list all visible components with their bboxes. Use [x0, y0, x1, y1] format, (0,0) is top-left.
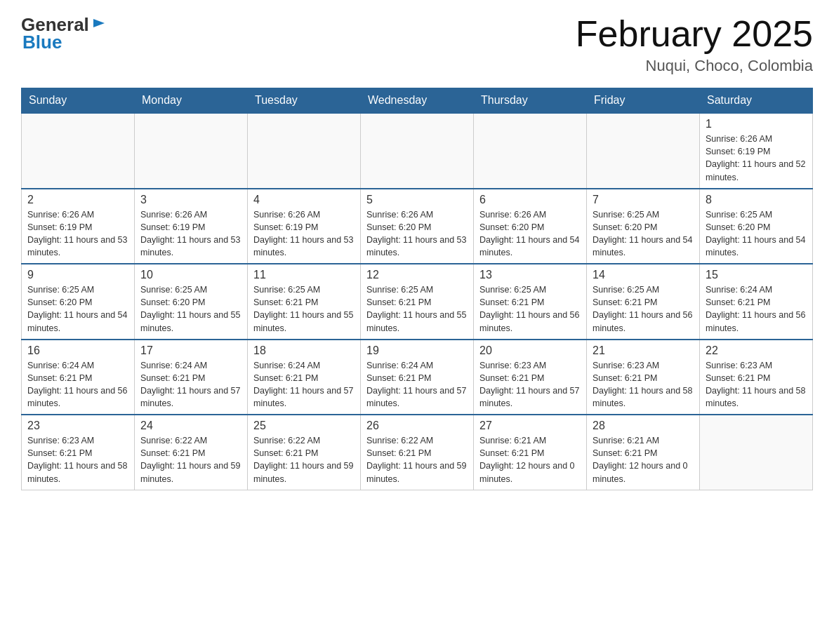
- day-info: Sunrise: 6:26 AMSunset: 6:19 PMDaylight:…: [27, 208, 128, 260]
- calendar-cell: 22Sunrise: 6:23 AMSunset: 6:21 PMDayligh…: [700, 340, 813, 415]
- week-row-1: 1Sunrise: 6:26 AMSunset: 6:19 PMDaylight…: [22, 113, 813, 189]
- day-number: 2: [27, 194, 128, 206]
- day-info: Sunrise: 6:24 AMSunset: 6:21 PMDaylight:…: [706, 283, 807, 335]
- logo-blue-text: Blue: [22, 32, 106, 53]
- logo: General Blue: [21, 14, 106, 53]
- weekday-header-monday: Monday: [135, 88, 248, 114]
- calendar-cell: 5Sunrise: 6:26 AMSunset: 6:20 PMDaylight…: [361, 189, 474, 264]
- calendar-cell: 23Sunrise: 6:23 AMSunset: 6:21 PMDayligh…: [22, 415, 135, 490]
- calendar-cell: [248, 113, 361, 189]
- calendar-cell: 8Sunrise: 6:25 AMSunset: 6:20 PMDaylight…: [700, 189, 813, 264]
- calendar-cell: [22, 113, 135, 189]
- day-number: 16: [27, 344, 128, 357]
- day-info: Sunrise: 6:25 AMSunset: 6:20 PMDaylight:…: [27, 283, 128, 335]
- calendar-cell: 11Sunrise: 6:25 AMSunset: 6:21 PMDayligh…: [248, 264, 361, 340]
- week-row-4: 16Sunrise: 6:24 AMSunset: 6:21 PMDayligh…: [22, 340, 813, 415]
- day-number: 28: [593, 420, 694, 432]
- day-number: 8: [706, 194, 807, 206]
- day-info: Sunrise: 6:23 AMSunset: 6:21 PMDaylight:…: [593, 359, 694, 410]
- calendar-cell: 25Sunrise: 6:22 AMSunset: 6:21 PMDayligh…: [248, 415, 361, 490]
- calendar-cell: 1Sunrise: 6:26 AMSunset: 6:19 PMDaylight…: [700, 113, 813, 189]
- day-number: 7: [593, 194, 694, 206]
- day-info: Sunrise: 6:25 AMSunset: 6:20 PMDaylight:…: [140, 283, 241, 335]
- calendar-cell: 28Sunrise: 6:21 AMSunset: 6:21 PMDayligh…: [587, 415, 700, 490]
- day-info: Sunrise: 6:24 AMSunset: 6:21 PMDaylight:…: [253, 359, 355, 410]
- calendar-table: SundayMondayTuesdayWednesdayThursdayFrid…: [21, 88, 813, 490]
- calendar-cell: 6Sunrise: 6:26 AMSunset: 6:20 PMDaylight…: [474, 189, 587, 264]
- day-number: 10: [140, 269, 241, 281]
- calendar-cell: 14Sunrise: 6:25 AMSunset: 6:21 PMDayligh…: [587, 264, 700, 340]
- day-number: 11: [253, 269, 355, 281]
- weekday-header-friday: Friday: [587, 88, 700, 114]
- week-row-3: 9Sunrise: 6:25 AMSunset: 6:20 PMDaylight…: [22, 264, 813, 340]
- logo-flag-icon: [91, 18, 106, 33]
- calendar-cell: 21Sunrise: 6:23 AMSunset: 6:21 PMDayligh…: [587, 340, 700, 415]
- calendar-header-row: SundayMondayTuesdayWednesdayThursdayFrid…: [22, 88, 813, 114]
- day-info: Sunrise: 6:21 AMSunset: 6:21 PMDaylight:…: [593, 434, 694, 485]
- day-info: Sunrise: 6:26 AMSunset: 6:19 PMDaylight:…: [140, 208, 241, 260]
- calendar-cell: 18Sunrise: 6:24 AMSunset: 6:21 PMDayligh…: [248, 340, 361, 415]
- day-info: Sunrise: 6:25 AMSunset: 6:20 PMDaylight:…: [593, 208, 694, 260]
- day-number: 12: [366, 269, 468, 281]
- day-number: 25: [253, 420, 355, 432]
- day-info: Sunrise: 6:25 AMSunset: 6:21 PMDaylight:…: [253, 283, 355, 335]
- title-area: February 2025 Nuqui, Choco, Colombia: [576, 14, 813, 75]
- day-info: Sunrise: 6:23 AMSunset: 6:21 PMDaylight:…: [27, 434, 128, 485]
- day-info: Sunrise: 6:26 AMSunset: 6:20 PMDaylight:…: [366, 208, 468, 260]
- calendar-cell: 20Sunrise: 6:23 AMSunset: 6:21 PMDayligh…: [474, 340, 587, 415]
- calendar-cell: 9Sunrise: 6:25 AMSunset: 6:20 PMDaylight…: [22, 264, 135, 340]
- week-row-2: 2Sunrise: 6:26 AMSunset: 6:19 PMDaylight…: [22, 189, 813, 264]
- header: General Blue February 2025 Nuqui, Choco,…: [21, 14, 813, 75]
- day-number: 3: [140, 194, 241, 206]
- calendar-cell: [135, 113, 248, 189]
- day-info: Sunrise: 6:22 AMSunset: 6:21 PMDaylight:…: [366, 434, 468, 485]
- svg-marker-0: [93, 19, 105, 27]
- day-number: 20: [479, 344, 581, 357]
- weekday-header-sunday: Sunday: [22, 88, 135, 114]
- day-number: 4: [253, 194, 355, 206]
- calendar-cell: 17Sunrise: 6:24 AMSunset: 6:21 PMDayligh…: [135, 340, 248, 415]
- calendar-cell: 7Sunrise: 6:25 AMSunset: 6:20 PMDaylight…: [587, 189, 700, 264]
- calendar-cell: [700, 415, 813, 490]
- weekday-header-thursday: Thursday: [474, 88, 587, 114]
- day-number: 14: [593, 269, 694, 281]
- day-info: Sunrise: 6:23 AMSunset: 6:21 PMDaylight:…: [479, 359, 581, 410]
- location-subtitle: Nuqui, Choco, Colombia: [576, 57, 813, 75]
- calendar-cell: 19Sunrise: 6:24 AMSunset: 6:21 PMDayligh…: [361, 340, 474, 415]
- day-number: 6: [479, 194, 581, 206]
- calendar-cell: 27Sunrise: 6:21 AMSunset: 6:21 PMDayligh…: [474, 415, 587, 490]
- day-number: 18: [253, 344, 355, 357]
- day-info: Sunrise: 6:23 AMSunset: 6:21 PMDaylight:…: [706, 359, 807, 410]
- day-info: Sunrise: 6:25 AMSunset: 6:21 PMDaylight:…: [366, 283, 468, 335]
- day-number: 24: [140, 420, 241, 432]
- calendar-cell: 16Sunrise: 6:24 AMSunset: 6:21 PMDayligh…: [22, 340, 135, 415]
- day-info: Sunrise: 6:24 AMSunset: 6:21 PMDaylight:…: [140, 359, 241, 410]
- day-number: 5: [366, 194, 468, 206]
- calendar-cell: 26Sunrise: 6:22 AMSunset: 6:21 PMDayligh…: [361, 415, 474, 490]
- day-number: 9: [27, 269, 128, 281]
- day-info: Sunrise: 6:25 AMSunset: 6:20 PMDaylight:…: [706, 208, 807, 260]
- day-info: Sunrise: 6:21 AMSunset: 6:21 PMDaylight:…: [479, 434, 581, 485]
- day-number: 27: [479, 420, 581, 432]
- day-info: Sunrise: 6:24 AMSunset: 6:21 PMDaylight:…: [27, 359, 128, 410]
- day-info: Sunrise: 6:26 AMSunset: 6:20 PMDaylight:…: [479, 208, 581, 260]
- day-info: Sunrise: 6:22 AMSunset: 6:21 PMDaylight:…: [140, 434, 241, 485]
- weekday-header-wednesday: Wednesday: [361, 88, 474, 114]
- day-number: 15: [706, 269, 807, 281]
- day-info: Sunrise: 6:25 AMSunset: 6:21 PMDaylight:…: [479, 283, 581, 335]
- weekday-header-saturday: Saturday: [700, 88, 813, 114]
- calendar-cell: 12Sunrise: 6:25 AMSunset: 6:21 PMDayligh…: [361, 264, 474, 340]
- day-info: Sunrise: 6:26 AMSunset: 6:19 PMDaylight:…: [706, 133, 807, 184]
- day-number: 23: [27, 420, 128, 432]
- day-number: 19: [366, 344, 468, 357]
- calendar-cell: [587, 113, 700, 189]
- day-number: 26: [366, 420, 468, 432]
- day-info: Sunrise: 6:25 AMSunset: 6:21 PMDaylight:…: [593, 283, 694, 335]
- day-info: Sunrise: 6:22 AMSunset: 6:21 PMDaylight:…: [253, 434, 355, 485]
- calendar-cell: 4Sunrise: 6:26 AMSunset: 6:19 PMDaylight…: [248, 189, 361, 264]
- calendar-cell: [361, 113, 474, 189]
- day-info: Sunrise: 6:26 AMSunset: 6:19 PMDaylight:…: [253, 208, 355, 260]
- calendar-cell: [474, 113, 587, 189]
- calendar-cell: 13Sunrise: 6:25 AMSunset: 6:21 PMDayligh…: [474, 264, 587, 340]
- weekday-header-tuesday: Tuesday: [248, 88, 361, 114]
